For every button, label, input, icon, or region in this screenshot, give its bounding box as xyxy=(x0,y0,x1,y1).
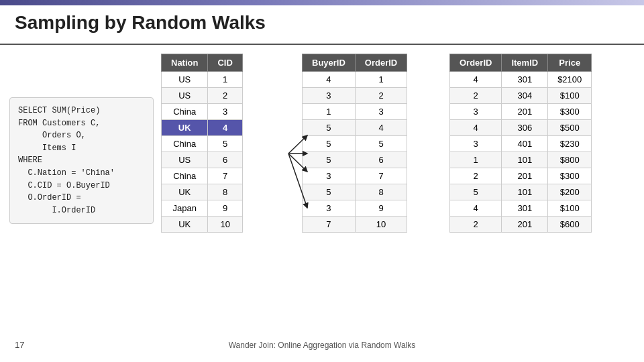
customers-table-wrapper: Nation CID US1US2China3UK4China5US6China… xyxy=(161,54,243,233)
footer-text: Wander Join: Online Aggregation via Rand… xyxy=(229,341,416,350)
table-cell: $300 xyxy=(548,168,592,184)
table-cell: China xyxy=(162,104,208,120)
divider xyxy=(0,44,644,45)
table-cell: 301 xyxy=(502,200,548,217)
col-price: Price xyxy=(548,54,592,72)
table-cell: 3 xyxy=(303,88,356,104)
table-cell: 5 xyxy=(355,136,407,152)
table-cell: 7 xyxy=(208,168,242,184)
table-cell: 2 xyxy=(450,88,502,104)
table-cell: Japan xyxy=(162,200,208,217)
svg-line-0 xyxy=(288,135,307,154)
table-cell: 1 xyxy=(355,72,407,88)
svg-line-3 xyxy=(288,154,307,208)
slide-number: 17 xyxy=(15,340,24,350)
table-cell: 2 xyxy=(450,217,502,233)
table-cell: 4 xyxy=(208,120,242,136)
table-cell: UK xyxy=(162,184,208,200)
table-cell: US xyxy=(162,152,208,168)
table-cell: $2100 xyxy=(548,72,592,88)
table-cell: China xyxy=(162,168,208,184)
table-cell: China xyxy=(162,136,208,152)
table-cell: 3 xyxy=(450,136,502,152)
table-cell: 5 xyxy=(208,136,242,152)
table-cell: 4 xyxy=(450,120,502,136)
table-cell: $800 xyxy=(548,152,592,168)
table-cell: 6 xyxy=(355,152,407,168)
table-cell: 201 xyxy=(502,168,548,184)
table-cell: 7 xyxy=(355,168,407,184)
table-cell: 10 xyxy=(208,217,242,233)
table-cell: 4 xyxy=(355,120,407,136)
table-cell: 7 xyxy=(303,217,356,233)
table-cell: $100 xyxy=(548,88,592,104)
table-cell: 5 xyxy=(450,184,502,200)
col-buyerid: BuyerID xyxy=(303,54,356,72)
table-cell: 5 xyxy=(303,184,356,200)
col-orderid2: OrderID xyxy=(450,54,502,72)
table-cell: $230 xyxy=(548,136,592,152)
table-cell: 101 xyxy=(502,184,548,200)
table-cell: $100 xyxy=(548,200,592,217)
table-cell: 3 xyxy=(355,104,407,120)
table-cell: 2 xyxy=(450,168,502,184)
table-cell: 1 xyxy=(208,72,242,88)
table-cell: 3 xyxy=(450,104,502,120)
table-cell: 4 xyxy=(450,72,502,88)
table-cell: $300 xyxy=(548,104,592,120)
table-cell: 5 xyxy=(303,120,356,136)
table-cell: 201 xyxy=(502,217,548,233)
arrows-svg xyxy=(288,54,307,335)
table-cell: 201 xyxy=(502,104,548,120)
items-table: OrderID ItemID Price 4301$21002304$10032… xyxy=(449,54,592,233)
table-cell: $500 xyxy=(548,120,592,136)
sql-code-block: SELECT SUM(Price) FROM Customers C, Orde… xyxy=(9,97,154,224)
table-cell: 101 xyxy=(502,152,548,168)
table-cell: US xyxy=(162,88,208,104)
table-cell: 401 xyxy=(502,136,548,152)
col-cid: CID xyxy=(208,54,242,72)
table-cell: 4 xyxy=(303,72,356,88)
table-cell: 3 xyxy=(208,104,242,120)
table-cell: 306 xyxy=(502,120,548,136)
table-cell: 8 xyxy=(208,184,242,200)
table-cell: 3 xyxy=(303,168,356,184)
table-cell: 9 xyxy=(355,200,407,217)
table-cell: 301 xyxy=(502,72,548,88)
table-cell: 10 xyxy=(355,217,407,233)
orders-table-wrapper: BuyerID OrderID 413213545556375839710 xyxy=(302,54,407,233)
top-accent-bar xyxy=(0,0,644,5)
table-cell: 9 xyxy=(208,200,242,217)
orders-table: BuyerID OrderID 413213545556375839710 xyxy=(302,54,407,233)
table-cell: 1 xyxy=(450,152,502,168)
table-cell: 3 xyxy=(303,200,356,217)
col-nation: Nation xyxy=(162,54,208,72)
table-cell: 304 xyxy=(502,88,548,104)
table-cell: 5 xyxy=(303,152,356,168)
table-cell: 1 xyxy=(303,104,356,120)
table-cell: 2 xyxy=(355,88,407,104)
table-cell: US xyxy=(162,72,208,88)
items-table-wrapper: OrderID ItemID Price 4301$21002304$10032… xyxy=(449,54,592,233)
table-cell: UK xyxy=(162,120,208,136)
customers-table: Nation CID US1US2China3UK4China5US6China… xyxy=(161,54,243,233)
table-cell: 6 xyxy=(208,152,242,168)
col-itemid: ItemID xyxy=(502,54,548,72)
table-cell: $200 xyxy=(548,184,592,200)
table-cell: UK xyxy=(162,217,208,233)
table-cell: 4 xyxy=(450,200,502,217)
table-cell: 8 xyxy=(355,184,407,200)
table-cell: 5 xyxy=(303,136,356,152)
col-orderid: OrderID xyxy=(355,54,407,72)
page-title: Sampling by Random Walks xyxy=(15,12,266,34)
table-cell: $600 xyxy=(548,217,592,233)
table-cell: 2 xyxy=(208,88,242,104)
